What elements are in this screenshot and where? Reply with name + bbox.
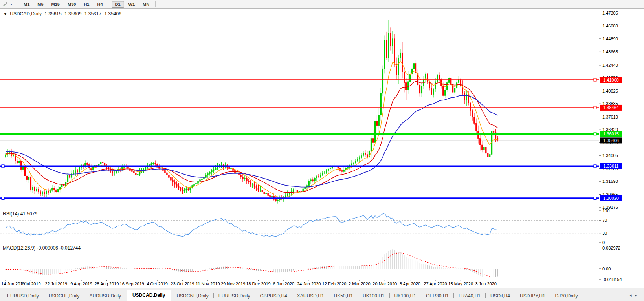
level-handle[interactable] — [594, 165, 596, 168]
chart-canvas[interactable]: 1.473051.460801.448901.436651.424401.412… — [0, 0, 644, 301]
level-handle[interactable] — [594, 78, 596, 81]
level-handle[interactable] — [594, 133, 596, 135]
svg-text:30: 30 — [602, 231, 607, 235]
svg-text:1.38464: 1.38464 — [603, 105, 619, 110]
svg-text:8 Apr 2020: 8 Apr 2020 — [400, 281, 420, 286]
macd-indicator-label: MACD(12,26,9) -0.009006 -0.012744 — [3, 245, 81, 251]
svg-text:6 Jan 2020: 6 Jan 2020 — [273, 281, 294, 286]
svg-text:0.032972: 0.032972 — [602, 246, 620, 250]
svg-text:0.00: 0.00 — [602, 266, 611, 271]
level-handle[interactable] — [594, 197, 596, 200]
svg-text:1.33011: 1.33011 — [604, 164, 619, 168]
svg-text:11 Nov 2019: 11 Nov 2019 — [196, 281, 220, 286]
svg-text:9 Aug 2019: 9 Aug 2019 — [70, 281, 92, 286]
price-level-badge: 1.41060 — [600, 77, 622, 83]
svg-text:1.43665: 1.43665 — [602, 49, 618, 54]
level-handle[interactable] — [2, 197, 4, 200]
svg-text:1.41060: 1.41060 — [603, 78, 619, 82]
svg-text:3 Jul 2019: 3 Jul 2019 — [21, 281, 41, 286]
symbol-dropdown-icon[interactable]: ▼ — [4, 12, 7, 16]
svg-text:1.47305: 1.47305 — [602, 11, 618, 15]
price-level-badge: 1.38464 — [600, 105, 622, 111]
svg-text:1.40025: 1.40025 — [602, 89, 618, 93]
svg-text:2 Mar 2020: 2 Mar 2020 — [349, 281, 371, 286]
svg-text:0: 0 — [602, 240, 605, 245]
svg-text:1.37610: 1.37610 — [602, 115, 618, 119]
chart-title: ▼ USDCAD,Daily 1.35615 1.35809 1.35317 1… — [4, 11, 123, 16]
ohlc-open: 1.35615 — [44, 11, 61, 16]
svg-text:1.30020: 1.30020 — [603, 196, 619, 201]
price-level-badge: 1.36015 — [600, 131, 622, 137]
ohlc-low: 1.35317 — [84, 11, 101, 16]
mt4-chart-window: { "toolbar": { "timeframes": ["M1","M5",… — [0, 0, 644, 301]
level-handle[interactable] — [594, 106, 596, 109]
svg-text:1.35406: 1.35406 — [603, 138, 619, 143]
svg-text:70: 70 — [602, 218, 607, 223]
svg-text:27 Apr 2020: 27 Apr 2020 — [424, 281, 447, 286]
svg-text:1.31590: 1.31590 — [602, 179, 618, 184]
svg-text:1.42440: 1.42440 — [602, 63, 618, 67]
svg-text:28 Aug 2019: 28 Aug 2019 — [95, 281, 119, 286]
price-level-badge: 1.33011 — [600, 163, 622, 169]
price-level-badge: 1.35406 — [600, 137, 622, 143]
ohlc-close: 1.35406 — [105, 11, 121, 16]
svg-text:1.44890: 1.44890 — [602, 36, 618, 41]
svg-text:1.46080: 1.46080 — [602, 24, 618, 28]
svg-text:23 Oct 2019: 23 Oct 2019 — [171, 281, 194, 286]
svg-text:15 May 2020: 15 May 2020 — [448, 281, 473, 286]
svg-text:20 Mar 2020: 20 Mar 2020 — [372, 281, 397, 286]
level-handle[interactable] — [2, 165, 4, 168]
price-level-badge: 1.30020 — [600, 195, 622, 201]
rsi-indicator-label: RSI(14) 41.5079 — [3, 211, 37, 217]
svg-text:1.34005: 1.34005 — [602, 153, 618, 158]
chart-symbol-label: USDCAD,Daily — [10, 11, 42, 16]
svg-text:-0.018154: -0.018154 — [602, 277, 622, 282]
svg-text:29 Nov 2019: 29 Nov 2019 — [221, 281, 245, 286]
ohlc-high: 1.35809 — [64, 11, 81, 16]
svg-text:4 Oct 2019: 4 Oct 2019 — [147, 281, 168, 286]
svg-text:22 Jul 2019: 22 Jul 2019 — [45, 281, 67, 286]
svg-text:12 Feb 2020: 12 Feb 2020 — [322, 281, 347, 286]
svg-text:18 Dec 2019: 18 Dec 2019 — [246, 281, 270, 286]
svg-text:100: 100 — [602, 208, 609, 213]
svg-text:1.36015: 1.36015 — [603, 131, 619, 136]
svg-text:24 Jan 2020: 24 Jan 2020 — [297, 281, 321, 286]
svg-text:16 Sep 2019: 16 Sep 2019 — [120, 281, 144, 286]
svg-text:3 Jun 2020: 3 Jun 2020 — [475, 281, 496, 286]
